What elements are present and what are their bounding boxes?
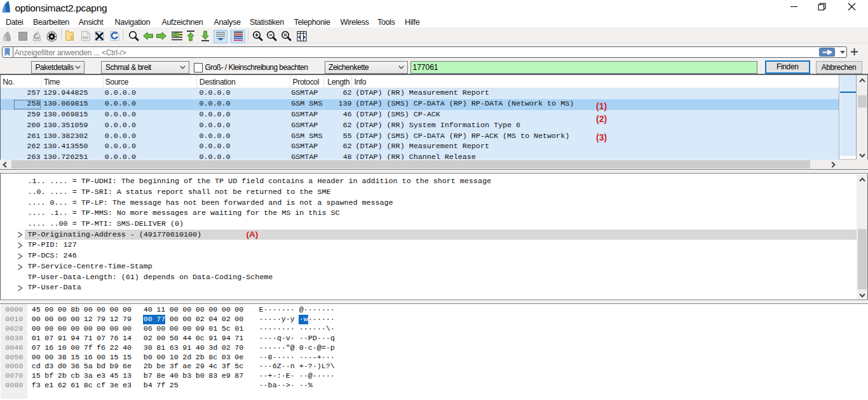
svg-text:010: 010 [83, 36, 88, 39]
